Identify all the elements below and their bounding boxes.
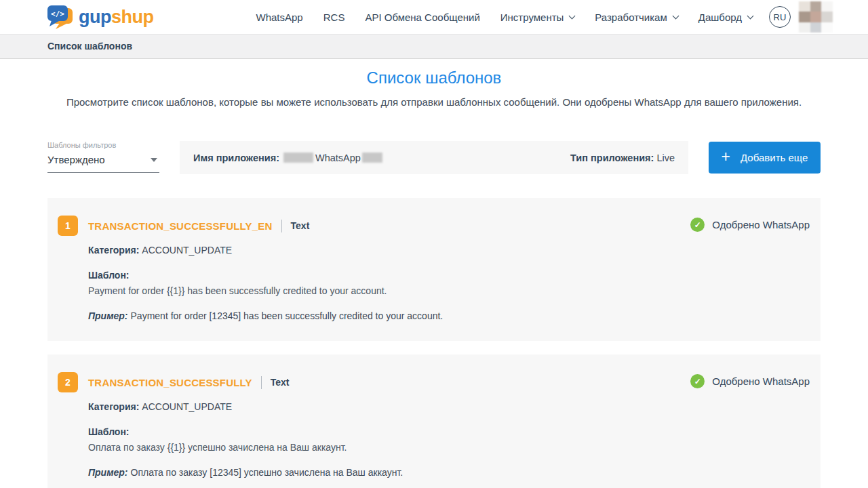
nav-item-developers[interactable]: Разработчикам: [595, 12, 677, 23]
nav-item-rcs[interactable]: RCS: [323, 12, 345, 23]
approval-status-label: Одобрено WhatsApp: [712, 375, 810, 387]
template-index-badge: 1: [58, 216, 78, 236]
svg-text:</>: </>: [51, 9, 64, 18]
avatar[interactable]: [799, 1, 833, 33]
template-body-text: Оплата по заказу {{1}} успешно зачислена…: [88, 442, 671, 453]
filter-select[interactable]: Утверждено: [47, 149, 159, 173]
approval-status-label: Одобрено WhatsApp: [712, 219, 810, 230]
nav-item-dashboard[interactable]: Дашборд: [698, 12, 753, 23]
nav-item-messaging-api[interactable]: API Обмена Сообщений: [365, 12, 479, 23]
approval-status: ✓ Одобрено WhatsApp: [690, 218, 810, 232]
plus-icon: +: [722, 149, 730, 165]
template-card: 2 ✓ Одобрено WhatsApp TRANSACTION_SUCCES…: [47, 354, 821, 488]
template-body-label: Шаблон:: [88, 426, 671, 437]
category-value: ACCOUNT_UPDATE: [142, 245, 232, 256]
template-example: Пример:Payment for order [12345] has bee…: [88, 310, 671, 321]
dropdown-caret-icon: [151, 158, 157, 162]
redacted-block: [283, 152, 313, 163]
template-filter: Шаблоны фильтров Утверждено: [47, 141, 159, 174]
example-text: Payment for order [12345] has been succe…: [131, 310, 443, 321]
template-type: Text: [291, 220, 310, 231]
approval-status: ✓ Одобрено WhatsApp: [690, 374, 810, 388]
example-label: Пример:: [88, 310, 128, 321]
page-subtitle: Просмотрите список шаблонов, которые вы …: [47, 96, 821, 108]
main-nav: WhatsApp RCS API Обмена Сообщений Инстру…: [236, 1, 833, 33]
gupshup-wordmark: gupshup: [79, 8, 153, 26]
gupshup-logo[interactable]: </> gupshup: [46, 3, 153, 30]
filter-selected-value: Утверждено: [47, 154, 105, 165]
divider: [281, 220, 282, 232]
template-category: Категория:ACCOUNT_UPDATE: [88, 245, 671, 256]
check-icon: ✓: [690, 374, 705, 388]
check-icon: ✓: [690, 218, 705, 232]
app-type-value: Live: [656, 152, 675, 163]
category-value: ACCOUNT_UPDATE: [142, 401, 232, 412]
chevron-down-icon: [569, 12, 576, 19]
template-name-row: TRANSACTION_SUCCESSFULLY_EN Text: [88, 216, 671, 236]
template-body-text: Payment for order {{1}} has been success…: [88, 285, 671, 296]
filter-label: Шаблоны фильтров: [47, 141, 159, 149]
template-body-label: Шаблон:: [88, 270, 671, 281]
app-name-label: Имя приложения:: [193, 152, 279, 163]
chevron-down-icon: [672, 12, 679, 19]
language-badge[interactable]: RU: [769, 6, 791, 28]
template-type: Text: [271, 377, 290, 388]
nav-item-tools[interactable]: Инструменты: [500, 12, 575, 23]
breadcrumb: Список шаблонов: [47, 41, 132, 52]
add-more-label: Добавить еще: [741, 152, 808, 163]
template-index-badge: 2: [58, 372, 78, 392]
top-navigation-bar: </> gupshup WhatsApp RCS API Обмена Сооб…: [0, 0, 868, 35]
gupshup-logo-icon: </>: [46, 3, 75, 30]
add-more-button[interactable]: + Добавить еще: [709, 142, 821, 174]
template-name-link[interactable]: TRANSACTION_SUCCESSFULLY: [88, 377, 252, 388]
template-card: 1 ✓ Одобрено WhatsApp TRANSACTION_SUCCES…: [47, 198, 821, 341]
category-label: Категория:: [88, 245, 139, 256]
template-name-row: TRANSACTION_SUCCESSFULLY Text: [88, 372, 671, 392]
main-content: Список шаблонов Просмотрите список шабло…: [47, 68, 821, 488]
category-label: Категория:: [88, 401, 139, 412]
template-name-link[interactable]: TRANSACTION_SUCCESSFULLY_EN: [88, 220, 273, 232]
app-name-field: Имя приложения:WhatsApp: [193, 152, 382, 163]
nav-item-whatsapp[interactable]: WhatsApp: [256, 12, 303, 23]
template-list: 1 ✓ Одобрено WhatsApp TRANSACTION_SUCCES…: [47, 198, 821, 488]
redacted-block: [362, 152, 382, 163]
app-type-label: Тип приложения:: [570, 152, 654, 163]
template-example: Пример:Оплата по заказу [12345] успешно …: [88, 467, 671, 478]
example-label: Пример:: [88, 467, 128, 478]
template-category: Категория:ACCOUNT_UPDATE: [88, 401, 671, 412]
breadcrumb-bar: Список шаблонов: [0, 35, 868, 59]
app-info-bar: Имя приложения:WhatsApp Тип приложения:L…: [180, 141, 688, 174]
example-text: Оплата по заказу [12345] успешно зачисле…: [131, 467, 403, 478]
app-name-value: WhatsApp: [315, 152, 361, 163]
chevron-down-icon: [747, 12, 754, 19]
divider: [261, 376, 262, 389]
controls-row: Шаблоны фильтров Утверждено Имя приложен…: [47, 141, 821, 174]
page-title: Список шаблонов: [47, 68, 821, 87]
app-type-field: Тип приложения:Live: [570, 152, 675, 163]
